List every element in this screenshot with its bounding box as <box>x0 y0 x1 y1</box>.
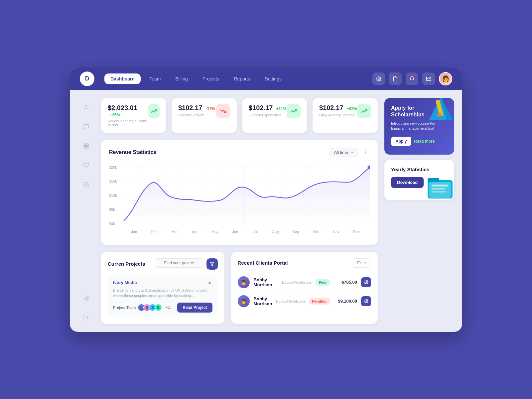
svg-point-0 <box>378 78 379 79</box>
nav-billing[interactable]: Billing <box>169 73 194 84</box>
stat-change-income: +02% <box>347 106 357 111</box>
download-button[interactable]: Download <box>391 177 424 188</box>
svg-rect-38 <box>428 178 439 182</box>
svg-rect-42 <box>432 191 447 193</box>
stat-value-expenditure: $102.17 <box>249 104 273 111</box>
nav-settings[interactable]: Settings <box>259 73 288 84</box>
svg-marker-30 <box>210 262 214 266</box>
search-filter-row: 🔍 <box>154 258 218 270</box>
chart-area: $20k $15k $10k $5k $0k <box>109 164 370 237</box>
nav-dashboard[interactable]: Dashboard <box>104 73 141 84</box>
stat-value-income: $102.17 <box>319 104 343 111</box>
bottom-section: Curren Projects 🔍 <box>101 252 378 324</box>
client-name-1: Bobby Morrison <box>254 277 278 287</box>
project-search-input[interactable] <box>154 258 204 268</box>
client-amount-1: $785.00 <box>334 280 357 285</box>
chart-filter-label: All time <box>334 150 348 155</box>
settings-button[interactable] <box>372 72 385 85</box>
sidebar-check-icon[interactable] <box>80 179 92 191</box>
avatars-row: 👤 👤 👤 👤 <box>138 304 162 311</box>
svg-rect-41 <box>432 188 445 190</box>
stat-icon-expenditure <box>287 104 301 118</box>
chart-x-apr: Apr <box>185 230 205 234</box>
scholarship-card: Apply for Scholarships Introducing new c… <box>384 98 454 155</box>
client-settings-1[interactable] <box>361 277 371 287</box>
sidebar-share-icon[interactable] <box>80 293 92 305</box>
chart-x-jan: Jan <box>124 230 144 234</box>
projects-card: Curren Projects 🔍 <box>101 252 224 324</box>
center-content: $2,023.01 +25% Revenue for the current p… <box>101 98 378 324</box>
team-avatar-4: 👤 <box>155 304 162 311</box>
project-desc: Branding identity & IOS application UI U… <box>113 288 212 299</box>
mail-button[interactable] <box>422 72 435 85</box>
svg-rect-39 <box>429 182 451 198</box>
chart-card: Revenue Statistics All time ⋮ $20k $15k <box>101 140 378 245</box>
chart-x-mar: Mar <box>165 230 185 234</box>
read-project-button[interactable]: Read Project <box>177 303 212 313</box>
project-name: Ivory Media <box>113 280 137 285</box>
clients-filter-button[interactable]: Filter <box>352 258 371 268</box>
scholarship-desc: Introducing new course For financial man… <box>391 121 448 131</box>
document-badge <box>397 74 400 77</box>
svg-rect-2 <box>84 144 85 145</box>
chart-y-10k: $10k <box>109 194 121 198</box>
nav-projects[interactable]: Projects <box>197 73 225 84</box>
stat-label-revenue: Revenue for the current period <box>108 119 148 127</box>
svg-line-9 <box>85 299 87 300</box>
stat-label-expenditure: Current Expenditure <box>249 113 287 117</box>
svg-rect-3 <box>87 144 88 145</box>
chart-more-btn[interactable]: ⋮ <box>362 148 370 156</box>
stat-change-revenue: +25% <box>110 113 120 117</box>
chart-filter-btn[interactable]: All time <box>330 148 358 157</box>
project-team: Project Team 👤 👤 👤 👤 +11 <box>113 304 171 311</box>
client-email-1: Bobby@mail.com <box>282 280 311 284</box>
navbar: D Dashboard Team Billing Projects Report… <box>70 67 462 90</box>
notifications-button[interactable] <box>406 72 418 85</box>
chart-x-labels: Jan Feb Mar Apr May Jun Jul Aug Sep Oct <box>121 230 370 234</box>
svg-rect-40 <box>432 185 448 187</box>
logo[interactable]: D <box>80 71 94 86</box>
project-team-label: Project Team <box>113 306 136 310</box>
stat-value-revenue: $2,023.01 <box>108 104 137 111</box>
client-settings-2[interactable] <box>361 296 371 306</box>
document-button[interactable] <box>389 72 402 85</box>
project-item: Ivory Media ▲ Branding identity & IOS ap… <box>108 275 218 317</box>
sidebar-heart-icon[interactable] <box>80 159 92 171</box>
sidebar-logout-icon[interactable] <box>80 312 92 324</box>
nav-reports[interactable]: Reports <box>228 73 256 84</box>
sidebar-layout-icon[interactable] <box>80 140 92 152</box>
stats-cards: $2,023.01 +25% Revenue for the current p… <box>101 98 378 133</box>
chart-x-aug: Aug <box>265 230 286 234</box>
svg-point-31 <box>365 282 366 283</box>
stat-expenditure: $102.17 +11% Current Expenditure <box>242 98 307 133</box>
stat-value-growth: $102.17 <box>178 104 202 111</box>
sidebar-chat-icon[interactable] <box>80 121 92 133</box>
chart-title: Revenue Statistics <box>109 149 156 155</box>
chart-y-5k: $5k <box>109 207 121 211</box>
client-email-2: Bobby@mail.com <box>276 299 305 303</box>
chart-y-20k: $20k <box>109 165 121 169</box>
read-more-button[interactable]: Read more <box>414 137 435 146</box>
project-filter-button[interactable] <box>206 258 218 270</box>
clients-title: Recent Clients Portal <box>238 260 288 266</box>
apply-button[interactable]: Apply <box>391 137 411 146</box>
sidebar-user-icon[interactable] <box>80 101 92 113</box>
stat-change-growth: -17% <box>206 106 215 111</box>
svg-point-8 <box>87 300 88 301</box>
client-row-2: 👨 Bobby Morrison Bobby@mail.com Pending … <box>238 292 371 311</box>
stat-income: $102.17 +02% Daily Average Income <box>313 98 378 133</box>
chart-x-jun: Jun <box>225 230 245 234</box>
svg-point-1 <box>85 105 87 107</box>
client-avatar-1: 👨 <box>238 276 250 288</box>
nav-team[interactable]: Team <box>143 73 167 84</box>
nav-actions: 👩 <box>372 72 452 85</box>
stat-label-income: Daily Average Income <box>319 113 357 117</box>
svg-point-32 <box>365 301 366 302</box>
stat-revenue: $2,023.01 +25% Revenue for the current p… <box>101 98 166 133</box>
chart-svg <box>121 164 370 227</box>
client-amount-2: $9,100.00 <box>334 299 357 304</box>
chart-y-0k: $0k <box>109 222 121 226</box>
project-up-icon[interactable]: ▲ <box>207 280 212 286</box>
yearly-card: Yearly Statistics Download <box>384 160 454 200</box>
user-avatar[interactable]: 👩 <box>439 72 452 85</box>
